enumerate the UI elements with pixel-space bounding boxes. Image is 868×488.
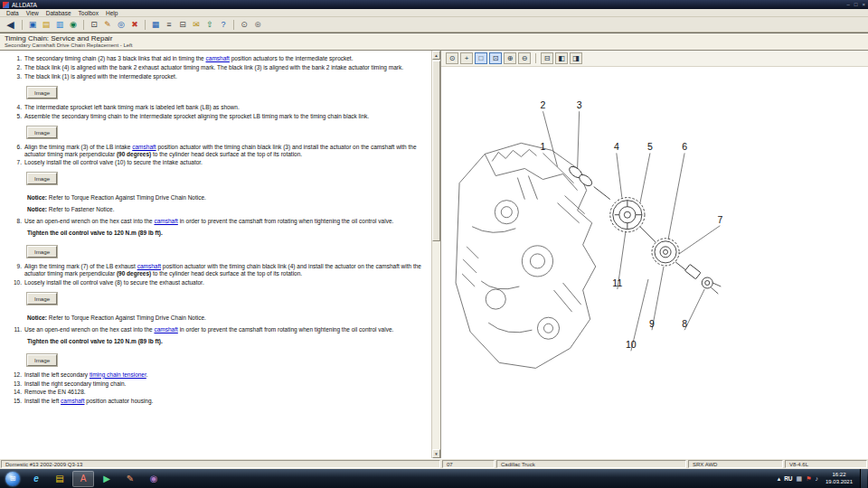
print-diagram-icon: ⊟ [544, 54, 551, 62]
notice-text: Notice: Refer to Torque Reaction Against… [27, 194, 410, 202]
info-button[interactable]: ⊙ [238, 18, 250, 31]
control-panel-taskbar-button[interactable]: ◉ [143, 471, 165, 487]
pan-button[interactable]: + [460, 52, 473, 64]
article-scrollbar[interactable]: ▲ ▼ [431, 51, 440, 458]
print-button[interactable]: ⊟ [176, 18, 189, 31]
callout-number-6: 6 [682, 141, 687, 152]
zoom-select-button[interactable]: ⊙ [446, 52, 458, 64]
network-icon[interactable]: ⚑ [806, 475, 811, 483]
step-item: 14.Remove the EN 46128. [11, 389, 428, 396]
document-button[interactable]: ▥ [53, 18, 66, 31]
mail-button[interactable]: ✉ [190, 18, 203, 31]
step-text: Install the right secondary timing chain… [24, 380, 428, 388]
edit-notes-button[interactable]: ✎ [101, 18, 114, 31]
menu-toolbox[interactable]: Toolbox [75, 10, 102, 16]
toolbar-separator [233, 20, 234, 30]
start-button[interactable]: ⊞ [5, 472, 20, 486]
step-number: 9. [11, 263, 24, 277]
new-window-button[interactable]: ⊡ [88, 18, 100, 31]
show-desktop-button[interactable] [860, 469, 867, 488]
step-text-segment: The black link (1) is aligned with the i… [24, 73, 177, 80]
camshaft-link[interactable]: camshaft [61, 398, 84, 404]
grid-view-button[interactable]: ▦ [149, 18, 162, 31]
alldata-app-icon: A [80, 474, 87, 483]
step-text-segment: Use an open-end wrench on the hex cast i… [24, 326, 154, 333]
zoom-out-button[interactable]: ⊖ [518, 52, 531, 64]
scrollbar-thumb[interactable] [432, 61, 440, 241]
search-button[interactable]: ◎ [115, 18, 127, 31]
image-button[interactable]: Image [27, 173, 57, 184]
export-icon: ⇧ [206, 20, 213, 29]
volume-icon[interactable]: ♪ [815, 475, 818, 483]
alldata-app-taskbar-button[interactable]: A [72, 471, 94, 487]
step-text: Use an open-end wrench on the hex cast i… [24, 326, 428, 333]
menu-view[interactable]: View [23, 10, 42, 16]
zoom-in-button[interactable]: ⊕ [504, 52, 516, 64]
menu-database[interactable]: Database [42, 10, 75, 16]
menu-data[interactable]: Data [3, 10, 23, 16]
scrollbar-track[interactable] [432, 242, 440, 449]
step-text-segment: (90 degrees) [117, 270, 151, 277]
print-diagram-button[interactable]: ⊟ [541, 52, 553, 64]
step-number: 11. [11, 326, 24, 333]
list-view-button[interactable]: ≡ [163, 18, 175, 31]
info-icon: ⊙ [241, 20, 248, 29]
step-text: Align the timing mark (7) of the LB exha… [24, 263, 428, 277]
notice-label: Notice: [27, 206, 49, 212]
step-text-segment: Use an open-end wrench on the hex cast i… [24, 218, 154, 224]
media-player-taskbar-button[interactable]: ▶ [96, 471, 118, 487]
image-button[interactable]: Image [27, 87, 57, 99]
toolbar-separator [83, 20, 84, 30]
step-text: The black link (4) is aligned with the b… [24, 64, 428, 71]
scroll-up-button[interactable]: ▲ [432, 51, 440, 60]
timing-chain-tensioner-link[interactable]: timing chain tensioner [90, 371, 146, 378]
vehicle-select-button[interactable]: ▣ [26, 18, 39, 31]
callout-leader-line [542, 111, 557, 166]
status-bar: Domestic #13 2002-2009 Q3-13 07 Cadillac… [0, 458, 868, 469]
clock[interactable]: 16:22 19.03.2021 [822, 472, 856, 484]
callout-number-7: 7 [717, 214, 722, 225]
globe-button[interactable]: ◉ [67, 18, 80, 31]
edit-notes-icon: ✎ [104, 20, 111, 29]
help-button[interactable]: ? [217, 18, 230, 31]
step-number: 4. [11, 104, 24, 111]
main-toolbar: ◀▣▤▥◉⊡✎◎✖▦≡⊟✉⇧?⊙⊛ [0, 17, 868, 33]
image-button[interactable]: Image [27, 354, 57, 366]
camshaft-link[interactable]: camshaft [154, 326, 177, 333]
maximize-button[interactable]: □ [854, 2, 858, 7]
status-engine: V8-4.6L [785, 460, 867, 468]
zoom-window-button[interactable]: □ [475, 52, 487, 64]
close-button[interactable]: × [862, 2, 865, 7]
previous-view-button[interactable]: ◧ [555, 52, 568, 64]
folder-button[interactable]: ▤ [40, 18, 52, 31]
settings-button[interactable]: ⊛ [251, 18, 264, 31]
paint-taskbar-button[interactable]: ✎ [119, 471, 141, 487]
scroll-down-button[interactable]: ▼ [432, 449, 440, 458]
camshaft-link[interactable]: camshaft [137, 263, 161, 269]
internet-explorer-taskbar-button[interactable]: e [25, 471, 47, 487]
delete-button[interactable]: ✖ [128, 18, 141, 31]
taskbar: ⊞ e▤A▶✎◉ ▴ RU ▦⚑♪ 16:22 19.03.2021 [0, 469, 868, 488]
image-button[interactable]: Image [27, 293, 57, 305]
back-button[interactable]: ◀ [3, 18, 18, 31]
camshaft-link[interactable]: camshaft [206, 55, 230, 61]
minimize-button[interactable]: – [847, 2, 850, 7]
tray-expand-icon[interactable]: ▴ [778, 475, 781, 483]
export-button[interactable]: ⇧ [203, 18, 216, 31]
file-explorer-taskbar-button[interactable]: ▤ [49, 471, 71, 487]
camshaft-link[interactable]: camshaft [132, 144, 156, 150]
menu-help[interactable]: Help [102, 10, 121, 16]
image-button[interactable]: Image [27, 246, 57, 258]
callout-leader-line [640, 153, 650, 202]
zoom-dynamic-icon: ⊡ [493, 54, 499, 62]
keyboard-layout-icon[interactable]: ▦ [797, 475, 803, 483]
next-view-button[interactable]: ◨ [570, 52, 582, 64]
zoom-dynamic-button[interactable]: ⊡ [489, 52, 502, 64]
diagram-area[interactable]: 1234567891011 [441, 67, 868, 458]
alldata-window: ALLDATA –□× DataViewDatabaseToolboxHelp … [0, 0, 868, 488]
camshaft-link[interactable]: camshaft [154, 218, 177, 224]
help-icon: ? [221, 20, 225, 29]
language-indicator[interactable]: RU [784, 475, 792, 482]
image-button[interactable]: Image [27, 127, 57, 138]
step-text-segment: The black link (4) is aligned with the b… [24, 64, 403, 70]
